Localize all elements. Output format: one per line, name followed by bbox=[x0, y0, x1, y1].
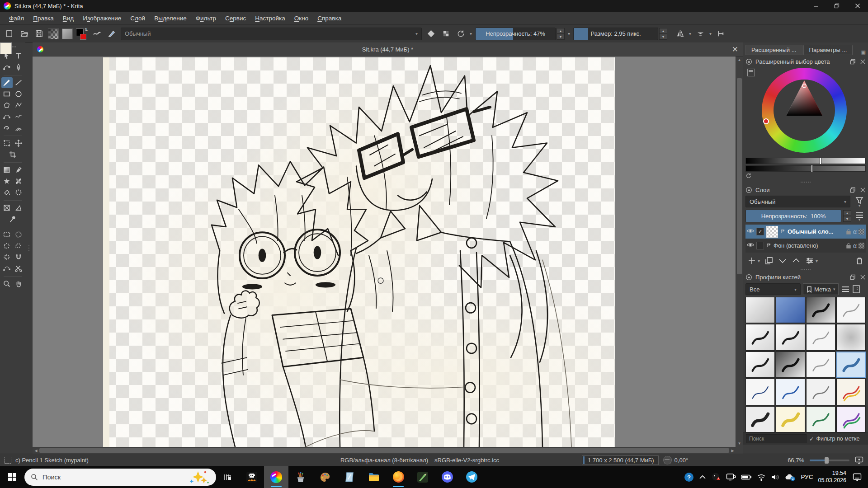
docker-splitter[interactable] bbox=[745, 180, 866, 184]
reference-images-tool[interactable] bbox=[7, 214, 19, 225]
add-layer-options-icon[interactable]: ▾ bbox=[758, 258, 760, 263]
layer-blend-mode-combo[interactable]: Обычный ▾ bbox=[745, 196, 850, 207]
swap-colors-icon[interactable]: ⇅ bbox=[84, 28, 88, 32]
horizontal-scroll-thumb[interactable] bbox=[39, 448, 729, 453]
mirror-horizontal-options-icon[interactable]: ▾ bbox=[689, 31, 691, 36]
current-brush-name[interactable]: c) Pencil 1 Sketch (mypaint) bbox=[15, 457, 89, 464]
wifi-icon[interactable] bbox=[757, 474, 766, 481]
menu-10[interactable]: Окно bbox=[290, 13, 313, 23]
pattern-swatch[interactable] bbox=[62, 28, 73, 39]
brush-preset-ink-dark[interactable] bbox=[745, 324, 775, 350]
layer-alpha-lock-icon[interactable] bbox=[859, 229, 864, 235]
menu-8[interactable]: Сервис bbox=[221, 13, 250, 23]
move-tool[interactable] bbox=[13, 138, 24, 149]
alpha-preserve-icon[interactable] bbox=[440, 28, 452, 40]
taskbar-app-brush-cup-app[interactable] bbox=[288, 466, 313, 488]
clock[interactable]: 19:5405.03.2026 bbox=[818, 470, 846, 484]
multibrush-tool[interactable] bbox=[13, 122, 24, 133]
sv-triangle[interactable] bbox=[785, 80, 823, 121]
layer-visibility-icon[interactable] bbox=[747, 227, 754, 236]
reload-icon[interactable] bbox=[455, 28, 467, 40]
monitor-icon[interactable] bbox=[855, 456, 863, 464]
move-layer-up-icon[interactable] bbox=[792, 256, 801, 265]
hue-marker[interactable] bbox=[763, 118, 769, 124]
taskbar-search[interactable]: Поиск bbox=[24, 469, 216, 486]
edit-shapes-tool[interactable] bbox=[1, 62, 13, 73]
taskbar-app-krita[interactable] bbox=[264, 466, 288, 488]
brush-preset-ink-fade[interactable] bbox=[776, 352, 805, 378]
brush-preset-ballpoint[interactable] bbox=[745, 379, 775, 405]
menu-5[interactable]: Слой bbox=[126, 13, 150, 23]
brush-preset-eraser-blue[interactable] bbox=[776, 297, 805, 323]
rectangle-tool[interactable] bbox=[1, 89, 13, 99]
fg-bg-color[interactable]: ⇅ bbox=[76, 28, 88, 40]
trim-icon[interactable] bbox=[715, 28, 726, 40]
taskbar-app-discord[interactable] bbox=[435, 466, 459, 488]
duplicate-layer-icon[interactable] bbox=[764, 256, 774, 265]
scroll-right-icon[interactable]: ▶ bbox=[729, 447, 736, 454]
wrap-around-options-icon[interactable]: ▾ bbox=[709, 31, 712, 36]
opacity-spinbox[interactable]: Непрозрачность: 47% bbox=[475, 28, 556, 40]
taskbar-app-mirror-app[interactable] bbox=[337, 466, 362, 488]
assistants-tool[interactable] bbox=[1, 202, 13, 213]
calligraphy-tool[interactable] bbox=[13, 62, 24, 73]
color-profile-label[interactable]: sRGB-elle-V2-srgbtrc.icc bbox=[434, 457, 499, 464]
menu-7[interactable]: Фильтр bbox=[191, 13, 221, 23]
move-layer-down-icon[interactable] bbox=[778, 256, 787, 265]
magnetic-select-tool[interactable] bbox=[13, 252, 24, 263]
layer-alpha-icon[interactable]: α bbox=[853, 242, 857, 249]
taskbar-app-art-app[interactable] bbox=[410, 466, 435, 488]
layer-checkbox[interactable] bbox=[756, 242, 764, 249]
size-spinner[interactable]: ▲▼ bbox=[659, 28, 667, 40]
dock-splitter[interactable] bbox=[25, 42, 33, 454]
zoom-slider[interactable] bbox=[810, 460, 849, 461]
menu-1[interactable]: Файл bbox=[5, 13, 28, 23]
taskbar-app-pixel-pet-app[interactable] bbox=[240, 466, 264, 488]
menu-6[interactable]: Выделение bbox=[150, 13, 191, 23]
layer-filter-icon[interactable]: ▾ bbox=[853, 197, 866, 207]
brush-search-input[interactable]: Поиск bbox=[746, 434, 807, 443]
layer-settings-options-icon[interactable]: ▾ bbox=[816, 258, 818, 263]
close-button[interactable] bbox=[847, 0, 868, 12]
layer-thumbnail[interactable] bbox=[766, 226, 778, 238]
rotation-icon[interactable] bbox=[663, 456, 672, 465]
fg-select-tool[interactable] bbox=[13, 263, 24, 274]
shade-strip[interactable] bbox=[745, 165, 866, 172]
brush-preset-pencil-light[interactable] bbox=[806, 352, 835, 378]
float-docker-icon[interactable] bbox=[850, 59, 856, 65]
brush-preset-color-pencils[interactable] bbox=[836, 379, 866, 405]
layer-lock-icon[interactable] bbox=[846, 243, 851, 249]
layer-alpha-lock-icon[interactable] bbox=[859, 243, 864, 249]
bezier-select-tool[interactable] bbox=[1, 263, 13, 274]
size-spinbox[interactable]: Размер: 2,95 пикс. bbox=[573, 28, 658, 40]
dock-tab-options-icon[interactable]: ▣ bbox=[861, 49, 866, 55]
brush-preset-pencil-light[interactable] bbox=[836, 297, 866, 323]
brush-preset-soft[interactable] bbox=[836, 324, 866, 350]
enclose-fill-tool[interactable] bbox=[13, 187, 24, 198]
canvas-viewport[interactable] bbox=[33, 56, 736, 447]
close-docker-icon[interactable] bbox=[860, 187, 866, 193]
blend-mode-combo[interactable]: Обычный ▾ bbox=[121, 28, 422, 40]
polygon-select-tool[interactable] bbox=[1, 240, 13, 251]
tag-button[interactable]: Метка ▾ bbox=[803, 283, 839, 295]
layer-name[interactable]: Обычный сло... bbox=[788, 228, 844, 235]
layer-name[interactable]: Фон (вставлено) bbox=[774, 242, 844, 249]
add-layer-icon[interactable] bbox=[747, 256, 756, 265]
notification-center-icon[interactable] bbox=[851, 473, 863, 481]
start-button[interactable] bbox=[2, 466, 22, 488]
freehand-brush-tool[interactable] bbox=[1, 77, 13, 88]
fill-tool[interactable] bbox=[1, 187, 13, 198]
horizontal-scrollbar[interactable]: ◀ ▶ bbox=[33, 447, 736, 454]
brush-preset-pencil-green[interactable] bbox=[806, 406, 835, 432]
layer-checkbox[interactable]: ✓ bbox=[756, 228, 764, 235]
taskbar-app-file-explorer[interactable] bbox=[362, 466, 386, 488]
language-indicator[interactable]: РУС bbox=[801, 474, 813, 480]
layer-opacity-spinner[interactable]: ▲▼ bbox=[843, 210, 851, 222]
layer-row[interactable]: ✓Обычный сло...α bbox=[745, 225, 866, 239]
layer-row[interactable]: Фон (вставлено)α bbox=[745, 239, 866, 253]
canvas[interactable] bbox=[103, 57, 615, 447]
ellipse-tool[interactable] bbox=[13, 89, 24, 99]
screen-cast-icon[interactable] bbox=[726, 473, 736, 481]
rect-select-tool[interactable] bbox=[1, 229, 13, 240]
hue-ring[interactable] bbox=[762, 68, 847, 153]
